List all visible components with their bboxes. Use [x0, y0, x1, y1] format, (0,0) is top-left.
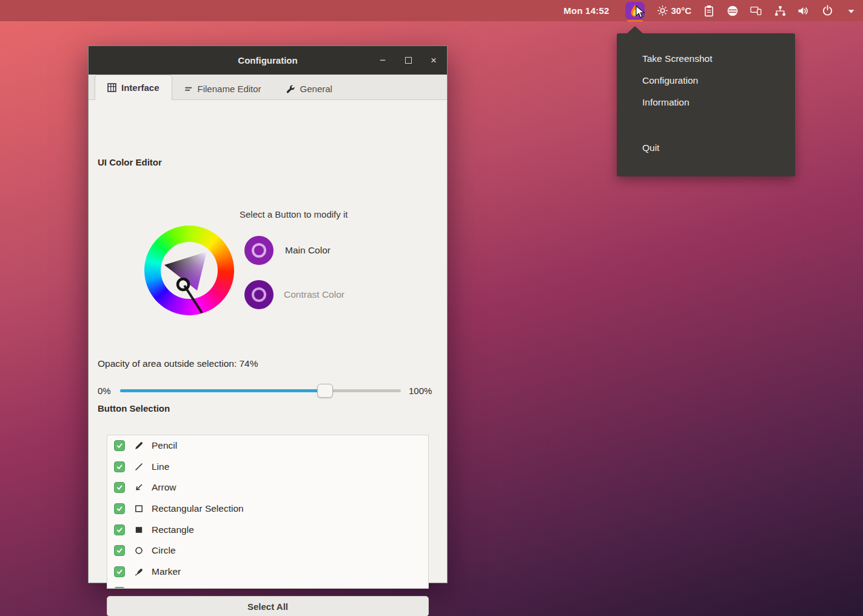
checkbox-checked[interactable]	[114, 524, 125, 535]
lines-icon	[184, 85, 193, 93]
main-color-ring-icon	[252, 243, 266, 258]
tool-row-rectangular-selection[interactable]: Rectangular Selection	[107, 498, 428, 520]
checkbox-checked[interactable]	[114, 482, 125, 493]
slider-min-label: 0%	[98, 386, 120, 396]
flameshot-tray-menu: Take Screenshot Configuration Informatio…	[617, 33, 795, 176]
menu-item-information[interactable]: Information	[617, 92, 795, 113]
sun-icon	[656, 5, 668, 17]
circle-icon	[133, 546, 144, 555]
tool-row-circle[interactable]: Circle	[107, 540, 428, 561]
button-selection-title: Button Selection	[98, 403, 170, 413]
rectangle-icon	[133, 525, 144, 535]
displays-icon[interactable]	[750, 5, 762, 17]
opacity-slider-handle[interactable]	[317, 384, 333, 398]
marker-icon	[133, 567, 144, 577]
tool-row-line[interactable]: Line	[107, 457, 428, 478]
grid-icon	[107, 83, 116, 92]
clipboard-icon[interactable]	[703, 5, 715, 17]
checkbox-checked[interactable]	[114, 545, 125, 556]
close-button[interactable]: ×	[429, 56, 438, 65]
tool-row-partial[interactable]	[107, 582, 428, 589]
tab-filename-editor-label: Filename Editor	[198, 84, 261, 94]
chevron-down-icon[interactable]	[845, 5, 857, 17]
arrow-icon	[133, 483, 144, 492]
wrench-icon	[286, 84, 295, 94]
menu-item-configuration[interactable]: Configuration	[617, 70, 795, 92]
tab-general-label: General	[300, 84, 332, 94]
interface-tab-panel: UI Color Editor Select a Button to modif…	[89, 100, 447, 583]
clock[interactable]: Mon 14:52	[563, 5, 609, 16]
tool-row-arrow[interactable]: Arrow	[107, 477, 428, 498]
window-titlebar[interactable]: Configuration − ×	[89, 46, 447, 75]
rectangular-selection-icon	[133, 504, 144, 514]
minimize-button[interactable]: −	[378, 56, 388, 65]
opacity-slider-track[interactable]	[120, 389, 401, 392]
configuration-window: Configuration − × Interface	[88, 45, 448, 583]
temperature-label: 30°C	[671, 5, 691, 16]
mouse-cursor	[634, 5, 646, 21]
pencil-icon	[133, 441, 144, 450]
opacity-label: Opacity of area outside selection: 74%	[98, 358, 258, 369]
tab-filename-editor[interactable]: Filename Editor	[172, 78, 274, 99]
round-app-indicator-icon[interactable]	[727, 5, 739, 17]
tool-selection-list[interactable]: Pencil Line	[107, 435, 429, 589]
select-all-button[interactable]: Select All	[107, 596, 429, 616]
contrast-color-label: Contrast Color	[284, 289, 344, 300]
network-tree-icon[interactable]	[774, 5, 786, 17]
contrast-color-button[interactable]	[244, 280, 274, 309]
checkbox-checked[interactable]	[114, 440, 125, 451]
tool-row-rectangle[interactable]: Rectangle	[107, 519, 428, 540]
power-icon[interactable]	[821, 5, 833, 17]
ui-color-editor-title: UI Color Editor	[98, 157, 162, 167]
main-color-label: Main Color	[285, 245, 331, 256]
opacity-slider-row: 0% 100%	[98, 383, 438, 398]
select-button-prompt: Select a Button to modify it	[240, 209, 348, 219]
opacity-slider-fill	[120, 389, 325, 392]
checkbox-checked[interactable]	[114, 461, 125, 472]
checkbox-checked[interactable]	[114, 503, 125, 514]
main-color-button[interactable]	[244, 236, 274, 265]
line-icon	[133, 462, 144, 472]
maximize-icon	[405, 57, 412, 64]
contrast-color-ring-icon	[252, 287, 266, 302]
checkbox-checked[interactable]	[114, 566, 125, 577]
tab-general[interactable]: General	[274, 78, 344, 99]
tab-interface-label: Interface	[121, 82, 160, 93]
slider-max-label: 100%	[409, 386, 432, 396]
tool-row-pencil[interactable]: Pencil	[107, 435, 428, 457]
menu-item-quit[interactable]: Quit	[617, 137, 795, 159]
checkbox-checked[interactable]	[114, 587, 125, 589]
volume-icon[interactable]	[798, 5, 810, 17]
maximize-button[interactable]	[403, 56, 413, 65]
top-bar: Mon 14:52 30°C	[0, 0, 863, 21]
color-selector-ring[interactable]	[178, 279, 189, 290]
tool-row-marker[interactable]: Marker	[107, 561, 428, 583]
menu-item-take-screenshot[interactable]: Take Screenshot	[617, 48, 795, 70]
tab-interface[interactable]: Interface	[95, 75, 172, 100]
weather-indicator[interactable]: 30°C	[656, 5, 691, 17]
color-wheel[interactable]	[144, 226, 234, 315]
tab-bar: Interface Filename Editor General	[89, 75, 447, 100]
color-triangle[interactable]	[144, 226, 234, 315]
